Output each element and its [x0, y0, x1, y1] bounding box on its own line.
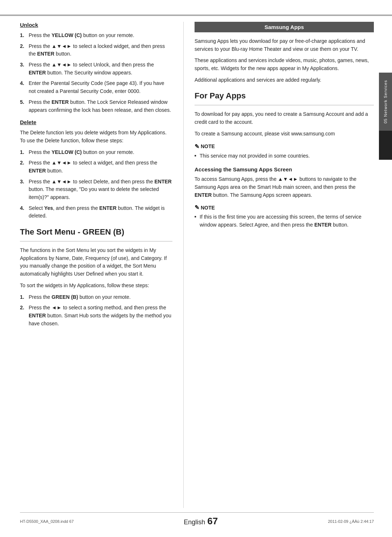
step-number: 1. — [20, 293, 26, 301]
unlock-step-4: 4. Enter the Parental Security Code (See… — [20, 80, 172, 95]
step-number: 1. — [20, 149, 26, 156]
step-text: Press the ENTER button. The Lock Service… — [29, 98, 172, 114]
sort-menu-heading: The Sort Menu - GREEN (B) — [20, 227, 172, 237]
unlock-step-3: 3. Press the ▲▼◄► to select Unlock, and … — [20, 61, 172, 77]
footer-page: English 67 — [184, 516, 218, 527]
delete-heading: Delete — [20, 119, 172, 125]
unlock-section: Unlock 1. Press the YELLOW (C) button on… — [20, 22, 172, 114]
step-number: 4. — [20, 80, 26, 95]
accessing-note: ✎ NOTE If this is the first time you are… — [195, 204, 374, 229]
samsung-apps-para3: Additional applications and services are… — [195, 76, 374, 84]
sort-step-1: 1. Press the GREEN (B) button on your re… — [20, 293, 172, 301]
side-tab: 05 Network Services — [379, 73, 392, 131]
sort-menu-section: The Sort Menu - GREEN (B) The functions … — [20, 227, 172, 328]
right-column: Samsung Apps Samsung Apps lets you downl… — [183, 22, 374, 508]
for-pay-apps-heading: For Pay Apps — [195, 91, 374, 101]
samsung-apps-section: Samsung Apps Samsung Apps lets you downl… — [195, 22, 374, 84]
step-text: Press the ◄► to select a sorting method,… — [29, 304, 172, 328]
accessing-note-label: ✎ NOTE — [195, 204, 374, 211]
sort-menu-para2: To sort the widgets in My Applications, … — [20, 282, 172, 290]
samsung-apps-para2: These applications and services include … — [195, 57, 374, 72]
unlock-step-2: 2. Press the ▲▼◄► to select a locked wid… — [20, 42, 172, 58]
step-number: 3. — [20, 61, 26, 77]
sort-step-2: 2. Press the ◄► to select a sorting meth… — [20, 304, 172, 328]
accessing-note-list: If this is the first time you are access… — [195, 213, 374, 229]
accessing-heading: Accessing the Samsung Apps Screen — [195, 166, 374, 172]
side-tab-black — [379, 131, 392, 160]
step-text: Press the ▲▼◄► to select a locked widget… — [29, 42, 172, 58]
step-text: Press the YELLOW (C) button on your remo… — [29, 32, 134, 40]
note-list: This service may not provided in some co… — [195, 152, 374, 160]
note-icon: ✎ — [195, 204, 199, 211]
unlock-heading: Unlock — [20, 22, 172, 28]
step-text: Press the YELLOW (C) button on your remo… — [29, 149, 134, 156]
note-label: ✎ NOTE — [195, 143, 374, 150]
english-label: English — [184, 518, 205, 526]
step-number: 3. — [20, 178, 26, 202]
for-pay-note: ✎ NOTE This service may not provided in … — [195, 143, 374, 160]
step-text: Select Yes, and then press the ENTER but… — [29, 204, 172, 220]
accessing-section: Accessing the Samsung Apps Screen To acc… — [195, 166, 374, 229]
corner-mark-br — [0, 16, 392, 16]
for-pay-apps-section: For Pay Apps To download for pay apps, y… — [195, 91, 374, 160]
side-tab-label: 05 Network Services — [383, 80, 388, 123]
sort-steps: 1. Press the GREEN (B) button on your re… — [20, 293, 172, 328]
step-number: 2. — [20, 42, 26, 58]
step-text: Press the ▲▼◄► to select a widget, and t… — [29, 159, 172, 175]
note-label-text: NOTE — [201, 143, 215, 149]
note-label-text: NOTE — [201, 205, 215, 211]
samsung-apps-heading: Samsung Apps — [195, 22, 374, 32]
step-number: 2. — [20, 304, 26, 328]
step-text: Enter the Parental Security Code (See pa… — [29, 80, 172, 95]
delete-step-2: 2. Press the ▲▼◄► to select a widget, an… — [20, 159, 172, 175]
for-pay-para2: To create a Samsung account, please visi… — [195, 130, 374, 138]
step-text: Press the ▲▼◄► to select Delete, and the… — [29, 178, 172, 202]
delete-step-3: 3. Press the ▲▼◄► to select Delete, and … — [20, 178, 172, 202]
unlock-step-1: 1. Press the YELLOW (C) button on your r… — [20, 32, 172, 40]
main-layout: Unlock 1. Press the YELLOW (C) button on… — [20, 22, 374, 508]
step-text: Press the GREEN (B) button on your remot… — [29, 293, 131, 301]
delete-step-4: 4. Select Yes, and then press the ENTER … — [20, 204, 172, 220]
for-pay-para1: To download for pay apps, you need to cr… — [195, 110, 374, 126]
page-number: 67 — [207, 516, 218, 527]
note-icon: ✎ — [195, 143, 199, 150]
note-item-1: This service may not provided in some co… — [195, 152, 374, 160]
delete-intro: The Delete function lets you delete widg… — [20, 129, 172, 145]
step-number: 4. — [20, 204, 26, 220]
sort-menu-divider — [20, 241, 172, 241]
step-number: 1. — [20, 32, 26, 40]
footer-left: HT-D5500_XAA_0208.indd 67 — [20, 519, 74, 524]
delete-steps: 1. Press the YELLOW (C) button on your r… — [20, 149, 172, 220]
delete-step-1: 1. Press the YELLOW (C) button on your r… — [20, 149, 172, 156]
step-number: 2. — [20, 159, 26, 175]
page: 05 Network Services Unlock 1. Press the … — [0, 0, 392, 537]
delete-section: Delete The Delete function lets you dele… — [20, 119, 172, 220]
accessing-note-item-1: If this is the first time you are access… — [195, 213, 374, 229]
footer-right: 2011-02-09 ¿ÀÀü 2:44:17 — [328, 519, 374, 524]
sort-menu-intro: The functions in the Sort Menu let you s… — [20, 247, 172, 278]
unlock-steps: 1. Press the YELLOW (C) button on your r… — [20, 32, 172, 114]
for-pay-divider — [195, 105, 374, 105]
step-text: Press the ▲▼◄► to select Unlock, and the… — [29, 61, 172, 77]
step-number: 5. — [20, 98, 26, 114]
left-column: Unlock 1. Press the YELLOW (C) button on… — [20, 22, 183, 508]
samsung-apps-para1: Samsung Apps lets you download for pay o… — [195, 37, 374, 53]
footer: HT-D5500_XAA_0208.indd 67 English 67 201… — [20, 512, 374, 527]
unlock-step-5: 5. Press the ENTER button. The Lock Serv… — [20, 98, 172, 114]
accessing-para1: To access Samsung Apps, press the ▲▼◄► b… — [195, 175, 374, 199]
